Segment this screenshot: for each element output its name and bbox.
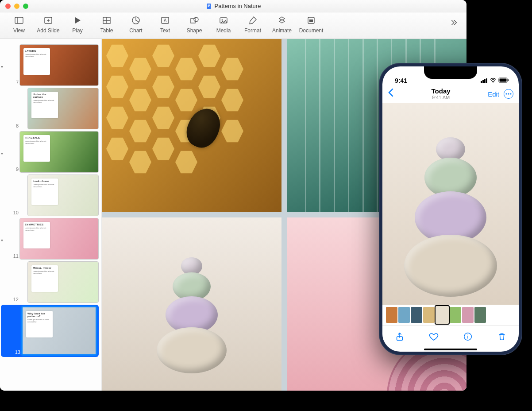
svg-point-29 xyxy=(505,93,507,94)
iphone-device-frame: 9:41 Today 9:41 AM Edit xyxy=(379,63,522,355)
filmstrip-thumbnail[interactable] xyxy=(474,307,486,323)
play-button[interactable]: Play xyxy=(63,15,92,34)
svg-text:A: A xyxy=(164,18,167,23)
svg-point-30 xyxy=(508,93,509,94)
back-button[interactable] xyxy=(388,88,394,100)
plus-slide-icon xyxy=(43,15,54,26)
photo-viewer[interactable] xyxy=(382,103,519,305)
document-proxy-icon[interactable] xyxy=(206,3,212,9)
photos-toolbar xyxy=(382,325,519,347)
svg-rect-25 xyxy=(486,78,487,83)
photos-nav-bar: Today 9:41 AM Edit xyxy=(382,85,519,103)
photo-filmstrip[interactable] xyxy=(382,305,519,325)
slide-preview[interactable]: SYMMETRIESLorem ipsum dolor sit amet con… xyxy=(19,218,99,260)
photos-nav-title: Today xyxy=(432,88,451,95)
document-button[interactable]: Document xyxy=(297,15,326,34)
disclosure-chevron-icon[interactable]: ▾ xyxy=(1,64,7,86)
toolbar-label: Add Slide xyxy=(37,27,59,34)
slide-thumbnail[interactable]: ▾10Look closerLorem ipsum dolor sit amet… xyxy=(1,174,99,216)
shape-icon xyxy=(189,15,200,26)
toolbar-label: Media xyxy=(216,27,231,34)
filmstrip-thumbnail[interactable] xyxy=(386,307,397,323)
slide-image-honeycomb[interactable] xyxy=(102,39,281,212)
svg-rect-23 xyxy=(482,80,484,83)
status-time: 9:41 xyxy=(395,77,407,84)
document-icon xyxy=(306,15,316,26)
slide-thumbnail[interactable]: ▾12Mirror, mirrorLorem ipsum dolor sit a… xyxy=(1,261,99,303)
window-title: Patterns in Nature xyxy=(215,3,261,9)
slide-preview[interactable]: LAYERSLorem ipsum dolor sit amet consect… xyxy=(19,44,99,86)
slide-thumbnail[interactable]: ▾11SYMMETRIESLorem ipsum dolor sit amet … xyxy=(1,218,99,260)
svg-rect-3 xyxy=(208,6,209,7)
disclosure-chevron-icon[interactable]: ▾ xyxy=(1,151,7,173)
filmstrip-thumbnail[interactable] xyxy=(398,307,410,323)
filmstrip-thumbnail[interactable] xyxy=(423,307,435,323)
slide-preview[interactable]: Mirror, mirrorLorem ipsum dolor sit amet… xyxy=(27,261,99,303)
slide-preview[interactable]: Why look for patterns?Lorem ipsum dolor … xyxy=(21,306,97,356)
media-icon xyxy=(218,15,229,26)
play-icon xyxy=(72,15,83,26)
svg-rect-24 xyxy=(484,79,486,83)
filmstrip-thumbnail[interactable] xyxy=(462,307,474,323)
window-titlebar: Patterns in Nature xyxy=(0,0,466,12)
cellular-icon xyxy=(481,77,488,84)
toolbar-label: Format xyxy=(244,27,261,34)
slide-preview[interactable]: Under the surfaceLorem ipsum dolor sit a… xyxy=(27,88,99,129)
slide-preview[interactable]: FRACTALSLorem ipsum dolor sit amet conse… xyxy=(19,131,99,173)
slide-thumbnail[interactable]: ▾13Why look for patterns?Lorem ipsum dol… xyxy=(1,305,99,357)
slide-number: 12 xyxy=(8,297,19,303)
edit-button[interactable]: Edit xyxy=(488,90,499,98)
favorite-button[interactable] xyxy=(427,330,440,343)
view-button[interactable]: View xyxy=(4,15,34,34)
slide-thumbnail[interactable]: ▾7LAYERSLorem ipsum dolor sit amet conse… xyxy=(1,44,99,86)
slide-number: 7 xyxy=(8,80,19,86)
slide-number: 8 xyxy=(8,123,19,129)
iphone-notch xyxy=(424,66,477,79)
add-slide-button[interactable]: Add Slide xyxy=(34,15,63,34)
toolbar: View Add Slide Play Table Chart A Text S… xyxy=(0,12,466,39)
iphone-screen: 9:41 Today 9:41 AM Edit xyxy=(382,66,519,352)
shape-button[interactable]: Shape xyxy=(180,15,209,34)
share-button[interactable] xyxy=(393,330,406,343)
svg-rect-28 xyxy=(508,79,509,81)
text-button[interactable]: A Text xyxy=(150,15,180,34)
slide-navigator[interactable]: ▾7LAYERSLorem ipsum dolor sit amet conse… xyxy=(0,39,102,391)
toolbar-label: Chart xyxy=(129,27,142,34)
svg-rect-21 xyxy=(309,19,313,22)
sidebar-icon xyxy=(14,15,24,26)
home-indicator[interactable] xyxy=(382,347,519,352)
slide-thumbnail[interactable]: ▾8Under the surfaceLorem ipsum dolor sit… xyxy=(1,88,99,129)
format-button[interactable]: Format xyxy=(238,15,267,34)
toolbar-label: Text xyxy=(160,27,170,34)
delete-button[interactable] xyxy=(495,330,509,343)
chart-icon xyxy=(131,15,141,26)
disclosure-chevron-icon[interactable]: ▾ xyxy=(1,238,7,260)
slide-preview[interactable]: Look closerLorem ipsum dolor sit amet co… xyxy=(27,174,99,216)
svg-rect-4 xyxy=(15,17,23,23)
photos-nav-title-group: Today 9:41 AM xyxy=(432,88,451,101)
chart-button[interactable]: Chart xyxy=(121,15,150,34)
photos-nav-subtitle: 9:41 AM xyxy=(432,95,451,100)
slide-number: 9 xyxy=(8,167,19,173)
filmstrip-thumbnail[interactable] xyxy=(411,307,422,323)
svg-point-35 xyxy=(467,334,468,335)
slide-thumbnail[interactable]: ▾9FRACTALSLorem ipsum dolor sit amet con… xyxy=(1,131,99,173)
battery-icon xyxy=(498,77,509,84)
table-icon xyxy=(101,15,112,26)
svg-rect-1 xyxy=(208,4,210,5)
animate-icon xyxy=(277,15,287,26)
table-button[interactable]: Table xyxy=(92,15,121,34)
media-button[interactable]: Media xyxy=(209,15,238,34)
toolbar-overflow-button[interactable] xyxy=(444,15,462,27)
more-button[interactable] xyxy=(504,89,513,99)
filmstrip-thumbnail[interactable] xyxy=(436,306,449,324)
svg-rect-2 xyxy=(208,5,210,6)
slide-image-urchin-stack[interactable] xyxy=(102,217,281,391)
paintbrush-icon xyxy=(247,15,258,26)
svg-marker-9 xyxy=(75,17,81,23)
svg-point-19 xyxy=(222,19,223,21)
svg-rect-27 xyxy=(500,79,507,82)
animate-button[interactable]: Animate xyxy=(267,15,297,34)
info-button[interactable] xyxy=(461,330,474,343)
filmstrip-thumbnail[interactable] xyxy=(450,307,461,323)
